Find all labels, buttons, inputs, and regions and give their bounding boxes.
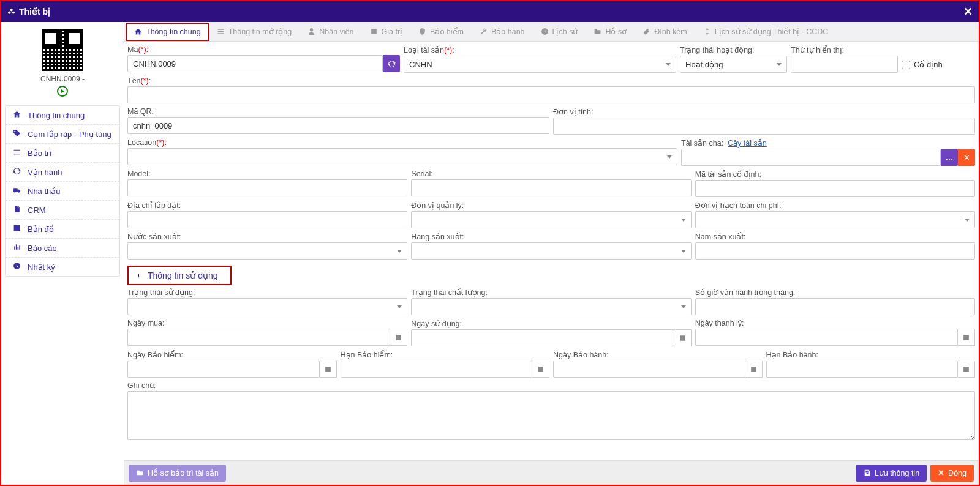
calendar-icon[interactable]	[390, 329, 407, 346]
calendar-icon[interactable]	[320, 361, 337, 378]
calendar-icon[interactable]	[674, 329, 692, 346]
play-icon[interactable]	[57, 86, 68, 97]
tab-history[interactable]: Lịch sử	[533, 23, 586, 40]
ngay-su-dung-input[interactable]	[411, 329, 674, 346]
calendar-icon[interactable]	[532, 361, 549, 378]
asset-tree-link[interactable]: Cây tài sản	[728, 139, 767, 148]
label-so-gio: Số giờ vận hành trong tháng:	[695, 288, 975, 297]
dv-hach-toan-select[interactable]	[695, 211, 975, 228]
chevron-down-icon	[965, 219, 970, 222]
sidebar-item-assembly[interactable]: Cụm lắp ráp - Phụ tùng	[6, 125, 119, 144]
sidebar-item-map[interactable]: Bản đồ	[6, 220, 119, 239]
label-ghi-chu: Ghi chú:	[127, 381, 975, 390]
label-trang-thai: Trạng thái hoạt động:	[680, 45, 787, 54]
tab-attach[interactable]: Đính kèm	[635, 23, 695, 40]
nuoc-sx-select[interactable]	[127, 242, 407, 260]
label-dv-quan-ly: Đơn vị quản lý:	[411, 201, 691, 210]
tab-label: Nhân viên	[319, 28, 353, 36]
wrench-icon	[480, 28, 488, 36]
tt-chat-luong-select[interactable]	[411, 298, 691, 315]
modal-header: Thiết bị ✕	[1, 1, 979, 22]
more-button[interactable]: …	[941, 149, 958, 166]
chevron-down-icon	[681, 305, 686, 308]
tab-label: Giá trị	[382, 27, 403, 36]
log-icon	[12, 262, 21, 272]
label-dia-chi: Địa chỉ lắp đặt:	[127, 201, 407, 210]
sidebar-item-contractor[interactable]: Nhà thầu	[6, 182, 119, 201]
don-vi-tinh-input[interactable]	[553, 118, 975, 135]
ghi-chu-input[interactable]	[127, 391, 975, 440]
sidebar-item-operation[interactable]: Vận hành	[6, 163, 119, 182]
ngay-bao-hiem-input[interactable]	[127, 361, 320, 378]
label-nuoc-sx: Nước sản xuất:	[127, 232, 407, 241]
close-icon: ✕	[938, 468, 944, 477]
label-thu-tu: Thứ tự hiển thị:	[791, 45, 898, 54]
folder-open-icon	[136, 469, 144, 477]
chevron-down-icon	[777, 63, 782, 66]
tab-general[interactable]: Thông tin chung	[126, 23, 209, 40]
map-icon	[12, 224, 21, 234]
sidebar-item-label: Bảo trì	[28, 149, 51, 158]
nam-sx-input[interactable]	[695, 242, 975, 260]
button-label: Lưu thông tin	[875, 468, 919, 477]
label-dv-hach-toan: Đơn vị hạch toán chi phí:	[695, 201, 975, 210]
tab-label: Thông tin chung	[146, 28, 201, 36]
tab-insurance[interactable]: Bảo hiểm	[410, 23, 472, 40]
calendar-icon[interactable]	[958, 329, 975, 346]
sidebar-item-report[interactable]: Báo cáo	[6, 239, 119, 258]
ma-ts-co-dinh-input[interactable]	[695, 180, 975, 197]
han-bao-hiem-input[interactable]	[341, 361, 533, 378]
tai-san-cha-input[interactable]	[681, 149, 941, 166]
chevron-down-icon	[397, 250, 402, 253]
history-icon	[541, 28, 549, 36]
modal-title: Thiết bị	[19, 7, 50, 17]
refresh-button[interactable]	[383, 55, 400, 72]
maint-record-button[interactable]: Hồ sơ bảo trì tài sản	[129, 465, 226, 482]
so-gio-input[interactable]	[695, 298, 975, 315]
dia-chi-input[interactable]	[127, 211, 407, 228]
trang-thai-select[interactable]: Hoạt động	[680, 56, 787, 73]
co-dinh-checkbox[interactable]	[902, 61, 910, 69]
tab-staff[interactable]: Nhân viên	[300, 23, 361, 40]
calendar-icon[interactable]	[745, 361, 763, 378]
ten-input[interactable]	[127, 86, 975, 103]
model-input[interactable]	[127, 179, 407, 196]
ma-input[interactable]	[127, 55, 383, 72]
label-ma-ts-co-dinh: Mã tài sản cố định:	[695, 170, 975, 179]
thu-tu-input[interactable]	[791, 56, 898, 73]
tab-dossier[interactable]: Hồ sơ	[586, 23, 635, 40]
tab-value[interactable]: Giá trị	[362, 23, 411, 40]
sidebar-item-general[interactable]: Thông tin chung	[6, 106, 119, 125]
chevron-down-icon	[667, 155, 672, 159]
clear-button[interactable]: ✕	[958, 149, 975, 166]
sidebar-item-maintenance[interactable]: Bảo trì	[6, 144, 119, 163]
hang-sx-select[interactable]	[411, 242, 691, 260]
sidebar-item-label: Vận hành	[28, 168, 62, 177]
paperclip-icon	[643, 28, 650, 36]
calendar-icon[interactable]	[958, 361, 975, 378]
sidebar-item-log[interactable]: Nhật ký	[6, 258, 119, 276]
loai-tai-san-select[interactable]: CNHN	[404, 56, 676, 73]
sidebar-item-crm[interactable]: CRM	[6, 201, 119, 220]
tab-usage-history[interactable]: Lịch sử sử dụng Thiết bị - CCDC	[695, 23, 837, 40]
serial-input[interactable]	[411, 179, 691, 196]
tt-su-dung-select[interactable]	[127, 298, 407, 315]
chevron-down-icon	[666, 63, 671, 66]
close-button[interactable]: ✕ Đóng	[930, 465, 974, 482]
tab-warranty[interactable]: Bảo hành	[472, 23, 533, 40]
han-bao-hanh-input[interactable]	[766, 361, 959, 378]
dv-quan-ly-select[interactable]	[411, 211, 691, 228]
ma-qr-input[interactable]	[127, 117, 549, 134]
ngay-thanh-ly-input[interactable]	[695, 329, 958, 346]
ngay-mua-input[interactable]	[127, 329, 390, 346]
location-select[interactable]	[127, 148, 677, 165]
tab-extended[interactable]: Thông tin mở rộng	[209, 23, 300, 40]
folder-icon	[594, 28, 601, 36]
list-icon	[217, 28, 225, 36]
refresh-icon	[388, 60, 396, 68]
save-icon	[863, 469, 871, 477]
close-icon[interactable]: ✕	[963, 5, 973, 18]
ngay-bao-hanh-input[interactable]	[553, 361, 745, 378]
save-button[interactable]: Lưu thông tin	[856, 465, 927, 482]
shield-icon	[418, 28, 426, 36]
